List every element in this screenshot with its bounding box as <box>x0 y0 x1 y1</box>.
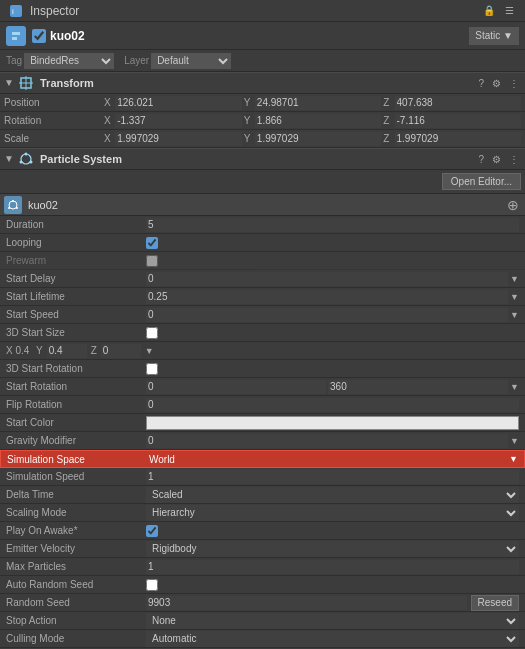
start-speed-dropdown[interactable]: ▼ <box>510 310 519 320</box>
gravity-modifier-input[interactable] <box>146 434 508 448</box>
ps-toggle[interactable]: ▼ <box>4 153 16 165</box>
start-color-picker[interactable] <box>146 416 519 430</box>
transform-title: Transform <box>40 77 476 89</box>
inspector-icon: i <box>8 3 24 19</box>
random-seed-input[interactable] <box>146 596 467 610</box>
culling-mode-select[interactable]: Automatic <box>146 631 519 647</box>
start-rotation-val2[interactable] <box>328 380 508 394</box>
rotation-z-input[interactable] <box>395 114 522 128</box>
play-on-awake-label: Play On Awake* <box>6 525 146 536</box>
3d-start-size-checkbox[interactable] <box>146 327 158 339</box>
delta-time-select[interactable]: Scaled <box>146 487 519 503</box>
position-x-field: X <box>104 96 242 110</box>
flip-rotation-input[interactable] <box>146 398 519 412</box>
scale-x-label: X <box>104 133 113 144</box>
object-active-checkbox[interactable] <box>32 29 46 43</box>
rotation-row: Rotation X Y Z <box>0 112 525 130</box>
duration-input[interactable] <box>146 218 519 232</box>
ps-settings-btn[interactable]: ⚙ <box>490 154 503 165</box>
emitter-velocity-select[interactable]: Rigidbody <box>146 541 519 557</box>
size-z-input[interactable] <box>101 344 141 358</box>
rotation-z-field: Z <box>383 114 521 128</box>
stop-action-row: Stop Action None <box>0 612 525 630</box>
size-dropdown[interactable]: ▼ <box>145 346 154 356</box>
scale-x-field: X <box>104 132 242 146</box>
3d-start-rotation-checkbox[interactable] <box>146 363 158 375</box>
prewarm-label: Prewarm <box>6 255 146 266</box>
start-rotation-dropdown[interactable]: ▼ <box>510 382 519 392</box>
start-delay-dropdown[interactable]: ▼ <box>510 274 519 284</box>
svg-point-15 <box>16 207 18 209</box>
gravity-dropdown[interactable]: ▼ <box>510 436 519 446</box>
max-particles-label: Max Particles <box>6 561 146 572</box>
scaling-mode-label: Scaling Mode <box>6 507 146 518</box>
svg-point-13 <box>12 200 14 202</box>
reseed-button[interactable]: Reseed <box>471 595 519 611</box>
prewarm-checkbox[interactable] <box>146 255 158 267</box>
prewarm-row: Prewarm <box>0 252 525 270</box>
start-lifetime-dropdown[interactable]: ▼ <box>510 292 519 302</box>
start-delay-row: Start Delay ▼ <box>0 270 525 288</box>
play-on-awake-row: Play On Awake* <box>0 522 525 540</box>
rotation-y-field: Y <box>244 114 382 128</box>
title-bar: i Inspector 🔒 ☰ <box>0 0 525 22</box>
lock-icon[interactable]: 🔒 <box>481 3 497 19</box>
start-delay-input[interactable] <box>146 272 508 286</box>
start-speed-input[interactable] <box>146 308 508 322</box>
position-xyz: X Y Z <box>104 96 521 110</box>
scale-y-input[interactable] <box>255 132 382 146</box>
max-particles-input[interactable] <box>146 560 519 574</box>
static-button[interactable]: Static ▼ <box>469 27 519 45</box>
start-lifetime-label: Start Lifetime <box>6 291 146 302</box>
rotation-label: Rotation <box>4 115 104 126</box>
gravity-modifier-label: Gravity Modifier <box>6 435 146 446</box>
position-y-input[interactable] <box>255 96 382 110</box>
transform-toggle[interactable]: ▼ <box>4 77 16 89</box>
random-seed-row: Random Seed Reseed <box>0 594 525 612</box>
position-x-input[interactable] <box>115 96 242 110</box>
svg-rect-4 <box>12 37 17 40</box>
play-on-awake-checkbox[interactable] <box>146 525 158 537</box>
svg-point-14 <box>8 207 10 209</box>
svg-point-11 <box>30 161 33 164</box>
tag-layer-row: Tag BindedRes Layer Default <box>0 50 525 72</box>
ps-plus-button[interactable]: ⊕ <box>507 197 519 213</box>
transform-settings-btn[interactable]: ⚙ <box>490 78 503 89</box>
open-editor-button[interactable]: Open Editor... <box>442 173 521 190</box>
scaling-mode-select[interactable]: Hierarchy <box>146 505 519 521</box>
simulation-speed-input[interactable] <box>146 470 519 484</box>
start-rotation-val1[interactable] <box>146 380 326 394</box>
scale-x-input[interactable] <box>115 132 242 146</box>
open-editor-row: Open Editor... <box>0 170 525 194</box>
auto-random-seed-checkbox[interactable] <box>146 579 158 591</box>
start-color-row: Start Color <box>0 414 525 432</box>
simulation-speed-label: Simulation Speed <box>6 471 146 482</box>
layer-select[interactable]: Default <box>151 53 231 69</box>
auto-random-seed-row: Auto Random Seed <box>0 576 525 594</box>
layer-label: Layer <box>124 55 149 66</box>
start-lifetime-input[interactable] <box>146 290 508 304</box>
tag-select[interactable]: BindedRes <box>24 53 114 69</box>
rotation-x-input[interactable] <box>115 114 242 128</box>
stop-action-select[interactable]: None <box>146 613 519 629</box>
size-y-input[interactable] <box>47 344 87 358</box>
title-actions: 🔒 ☰ <box>481 3 517 19</box>
scale-z-input[interactable] <box>395 132 522 146</box>
ps-name-icon <box>4 196 22 214</box>
ps-help-btn[interactable]: ? <box>476 154 486 165</box>
start-speed-row: Start Speed ▼ <box>0 306 525 324</box>
menu-icon[interactable]: ☰ <box>501 3 517 19</box>
3d-start-size-row: 3D Start Size <box>0 324 525 342</box>
rotation-y-input[interactable] <box>255 114 382 128</box>
transform-help-btn[interactable]: ? <box>476 78 486 89</box>
svg-text:i: i <box>12 7 14 16</box>
rotation-x-field: X <box>104 114 242 128</box>
simulation-space-input[interactable] <box>147 452 507 466</box>
looping-checkbox[interactable] <box>146 237 158 249</box>
svg-point-12 <box>9 201 17 209</box>
svg-point-10 <box>20 161 23 164</box>
ps-menu-btn[interactable]: ⋮ <box>507 154 521 165</box>
simulation-space-dropdown[interactable]: ▼ <box>509 454 518 464</box>
position-z-input[interactable] <box>395 96 522 110</box>
transform-menu-btn[interactable]: ⋮ <box>507 78 521 89</box>
